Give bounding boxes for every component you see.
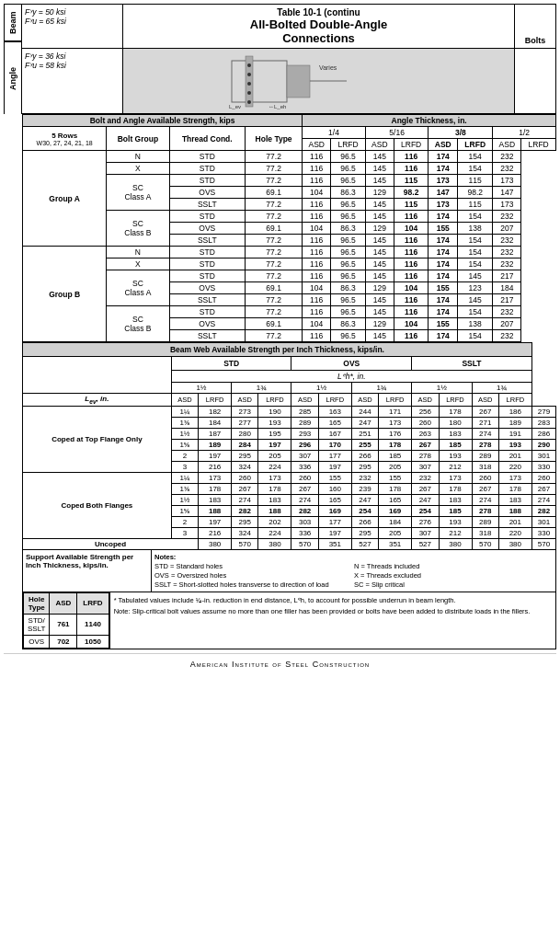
v116: 116 [303,151,331,163]
v154: 154 [458,151,493,163]
v77: 77.2 [246,151,303,163]
hole-type-values-table: HoleType ASD LRFD STD/SSLT 761 1140 OVS [23,592,109,649]
uncoped-label: Uncoped [23,538,199,549]
note-x: X = Threads excluded [354,571,553,580]
lrfd-col-ht: LRFD [77,592,109,614]
svg-rect-0 [232,61,287,102]
asd-col-6: ASD [472,394,498,407]
asd-col-1: ASD [171,394,198,407]
diagram-svg: L_ev ↔L_eh Varies [227,52,411,111]
note-sslt: SSLT = Short-slotted holes transverse to… [154,580,353,589]
v232: 232 [493,151,521,163]
cb-lev-1-3-8: 1⅜ [171,483,198,494]
table-title: Table 10-1 (continu [126,7,511,17]
std-hole-8: STD [169,306,246,318]
ovs-hole-1: OVS [169,187,246,199]
bottom-table-wrapper: Beam Web Available Strength per Inch Thi… [22,342,556,649]
cb-lev-2: 2 [171,516,198,527]
group-a-label: Group A [23,151,107,247]
sslt-col-header: SSLT [412,357,532,371]
footnotes-area: * Tabulated values include ¹⁄₄-in. reduc… [109,592,555,649]
coped-top-label: Coped at Top Flange Only [23,406,172,472]
asd-col-2: ASD [232,394,258,407]
asd-col-4: ASD [351,394,378,407]
lev-2: 2 [171,450,198,461]
notes-title: Notes: [154,553,553,561]
lrfd-col-5: LRFD [439,394,472,407]
n-thread: N [107,151,169,163]
col-2-1-2: 1½ [291,383,351,394]
w-sizes: W30, 27, 24, 21, 18 [25,140,104,146]
lev-col-header: Lev, in. [23,394,172,407]
ovs-hole-4: OVS [169,318,246,330]
note-ovs: OVS = Oversized holes [154,571,353,580]
beam-label: Beam [4,4,22,41]
frac-1-4-header: 1/4 [303,127,366,139]
svg-text:L_ev: L_ev [229,104,241,109]
leh-header: Lᵉh*, in. [171,371,531,383]
std-hole-7: STD [169,270,246,282]
angle-fu: Fʸu = 58 ksi [25,61,120,70]
ovs-col-header: OVS [291,357,412,371]
asd-col-ht: ASD [50,592,77,614]
col-1-1-2: 1½ [171,383,231,394]
n-thread-b: N [107,247,169,258]
sslt-hole-4: SSLT [169,330,246,342]
notes-grid: STD = Standard holes N = Threads include… [154,562,553,589]
hole-type-col-header [23,357,172,394]
sslt-hole-1: SSLT [169,199,246,211]
bolt-group-header: Bolt Group [107,127,169,151]
v145: 145 [365,151,394,163]
x-thread-b: X [107,258,169,270]
ovs-hole-2: OVS [169,223,246,235]
sc-class-a-b-label: SCClass A [107,270,169,306]
svg-point-4 [247,82,251,86]
svg-point-5 [247,91,251,95]
support-strength-label: Support Available Strength per Inch Thic… [23,550,152,592]
std-hole-1: STD [169,151,246,163]
note-std: STD = Standard holes [154,562,353,570]
note-n: N = Threads included [354,562,553,570]
svg-point-3 [247,73,251,76]
beam-fu: Fʸu = 65 ksi [25,17,120,26]
sc-class-b-label: SCClass B [107,211,169,247]
svg-text:Varies: Varies [319,64,337,71]
hole-type-header: Hole Type [246,127,303,151]
cb-lev-1-1-4: 1¼ [171,472,198,483]
std-hole-5: STD [169,247,246,258]
std-col-header: STD [171,357,291,371]
bolt-angle-strength-header: Bolt and Angle Available Strength, kips [23,115,303,127]
lrfd-col-3: LRFD [318,394,351,407]
lrfd-col-4: LRFD [379,394,412,407]
lrfd-col-1: LRFD [199,394,232,407]
frac-3-8-header: 3/8 [429,127,493,139]
lrfd-2: LRFD [394,139,429,151]
cb-lev-1-1-2: 1½ [171,494,198,505]
lrfd-col-6: LRFD [498,394,531,407]
svg-rect-7 [287,65,310,98]
lev-1-1-2: 1½ [171,428,198,439]
angle-label: Angle [4,41,22,114]
std-asd-val: 761 [50,614,77,635]
main-top-table-wrapper: Bolt and Angle Available Strength, kips … [22,114,556,342]
hole-type-subtable: HoleType ASD LRFD STD/SSLT 761 1140 OVS [23,592,109,649]
table-subtitle: All-Bolted Double-Angle [126,17,511,31]
top-strength-table: Bolt and Angle Available Strength, kips … [22,114,556,342]
angle-fy: Fʸy = 36 ksi [25,52,120,61]
lev-3: 3 [171,461,198,472]
asd-1: ASD [303,139,331,151]
header-top-row: Fʸy = 50 ksi Fʸu = 65 ksi Table 10-1 (co… [22,5,555,49]
beam-web-header: Beam Web Available Strength per Inch Thi… [23,343,532,357]
sc-class-b-b-label: SCClass B [107,306,169,342]
asd-3: ASD [429,139,458,151]
v116b: 116 [394,151,429,163]
coped-both-label: Coped Both Flanges [23,472,172,538]
hole-type-col: HoleType [24,592,50,614]
notes-content: Notes: STD = Standard holes N = Threads … [152,550,555,592]
lrfd-1: LRFD [331,139,366,151]
hole-type-footnote-section: HoleType ASD LRFD STD/SSLT 761 1140 OVS [22,592,556,649]
lev-1-5-8: 1⅝ [171,439,198,450]
svg-point-6 [247,100,251,104]
lev-1-3-8: 1⅜ [171,417,198,428]
col-3-3-4: 1¾ [472,383,531,394]
